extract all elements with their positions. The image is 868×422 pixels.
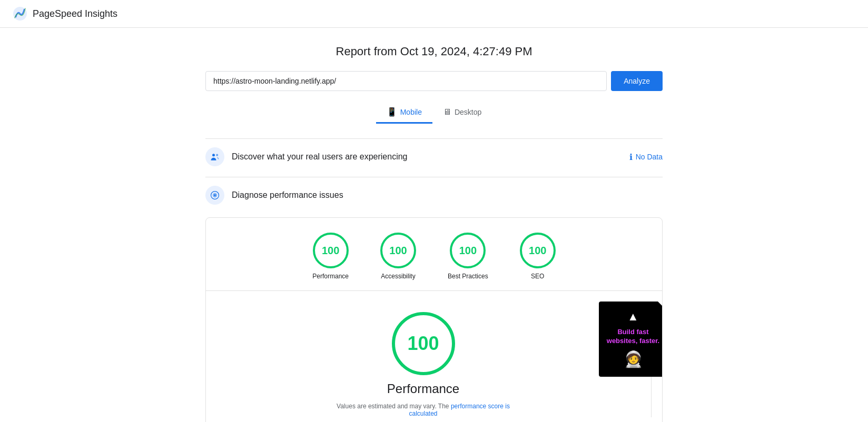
real-users-icon [205,147,224,166]
diagnose-label: Diagnose performance issues [232,190,343,200]
performance-subtitle: Values are estimated and may vary. The p… [323,403,524,417]
score-name-seo: SEO [531,273,544,280]
logo-text: PageSpeed Insights [33,8,117,19]
diagnose-icon [205,186,224,205]
ad-logo-icon: ▲ [627,310,639,324]
ad-headline: Build fast websites, faster. [605,328,661,346]
info-icon: ℹ [629,152,633,162]
tab-desktop[interactable]: 🖥 Desktop [432,102,492,124]
performance-left: 100 Performance Values are estimated and… [216,312,630,417]
tab-mobile[interactable]: 📱 Mobile [376,102,432,124]
scores-row: 100 Performance 100 Accessibility 100 Be… [206,218,662,291]
score-name-accessibility: Accessibility [381,273,415,280]
svg-point-5 [214,194,215,196]
score-best-practices[interactable]: 100 Best Practices [448,233,488,280]
svg-point-2 [216,154,218,156]
performance-score-large: 100 [392,312,455,375]
header: PageSpeed Insights [0,0,868,28]
report-title: Report from Oct 19, 2024, 4:27:49 PM [205,45,663,58]
tab-mobile-label: Mobile [400,108,422,116]
mobile-icon: 📱 [387,107,397,117]
main-content: Report from Oct 19, 2024, 4:27:49 PM Ana… [197,28,671,422]
score-circle-best-practices: 100 [450,233,486,268]
score-circle-accessibility: 100 [380,233,416,268]
pagespeed-logo-icon [13,6,27,21]
ad-corner-fold [658,302,663,311]
score-name-best-practices: Best Practices [448,273,488,280]
desktop-icon: 🖥 [443,107,451,117]
score-accessibility[interactable]: 100 Accessibility [380,233,416,280]
url-input[interactable] [205,71,607,91]
device-tabs: 📱 Mobile 🖥 Desktop [205,102,663,124]
tab-desktop-label: Desktop [455,108,481,116]
ad-astronaut-icon: 🧑‍🚀 [624,350,643,368]
url-bar: Analyze [205,71,663,91]
no-data-label: No Data [636,153,663,161]
score-seo[interactable]: 100 SEO [520,233,556,280]
real-users-label: Discover what your real users are experi… [232,152,407,162]
score-circle-seo: 100 [520,233,556,268]
performance-detail: 100 Performance Values are estimated and… [206,291,662,422]
no-data-badge: ℹ No Data [629,152,663,162]
real-users-section: Discover what your real users are experi… [205,138,663,175]
svg-point-1 [212,154,215,156]
score-circle-performance: 100 [313,233,349,268]
diagnose-section: Diagnose performance issues [205,177,663,213]
performance-title: Performance [387,381,459,396]
score-name-performance: Performance [312,273,349,280]
scores-card: 100 Performance 100 Accessibility 100 Be… [205,217,663,422]
analyze-button[interactable]: Analyze [611,71,663,91]
score-performance[interactable]: 100 Performance [312,233,349,280]
ad-panel: ▲ Build fast websites, faster. 🧑‍🚀 [599,302,663,377]
